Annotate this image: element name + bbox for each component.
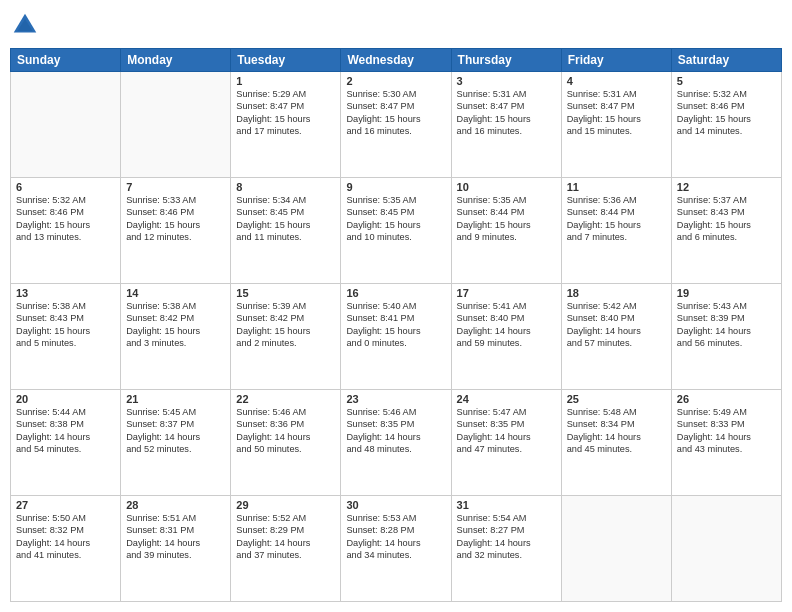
calendar-cell: 18Sunrise: 5:42 AM Sunset: 8:40 PM Dayli… bbox=[561, 284, 671, 390]
day-info: Sunrise: 5:38 AM Sunset: 8:43 PM Dayligh… bbox=[16, 300, 115, 350]
day-info: Sunrise: 5:37 AM Sunset: 8:43 PM Dayligh… bbox=[677, 194, 776, 244]
day-info: Sunrise: 5:44 AM Sunset: 8:38 PM Dayligh… bbox=[16, 406, 115, 456]
logo bbox=[10, 10, 44, 40]
day-number: 29 bbox=[236, 499, 335, 511]
day-info: Sunrise: 5:48 AM Sunset: 8:34 PM Dayligh… bbox=[567, 406, 666, 456]
day-info: Sunrise: 5:53 AM Sunset: 8:28 PM Dayligh… bbox=[346, 512, 445, 562]
calendar-cell: 24Sunrise: 5:47 AM Sunset: 8:35 PM Dayli… bbox=[451, 390, 561, 496]
day-info: Sunrise: 5:45 AM Sunset: 8:37 PM Dayligh… bbox=[126, 406, 225, 456]
day-number: 26 bbox=[677, 393, 776, 405]
calendar-header-row: SundayMondayTuesdayWednesdayThursdayFrid… bbox=[11, 49, 782, 72]
weekday-header: Wednesday bbox=[341, 49, 451, 72]
day-number: 17 bbox=[457, 287, 556, 299]
day-number: 28 bbox=[126, 499, 225, 511]
day-info: Sunrise: 5:52 AM Sunset: 8:29 PM Dayligh… bbox=[236, 512, 335, 562]
header bbox=[10, 10, 782, 40]
day-info: Sunrise: 5:50 AM Sunset: 8:32 PM Dayligh… bbox=[16, 512, 115, 562]
day-number: 30 bbox=[346, 499, 445, 511]
day-info: Sunrise: 5:34 AM Sunset: 8:45 PM Dayligh… bbox=[236, 194, 335, 244]
day-number: 19 bbox=[677, 287, 776, 299]
calendar-cell: 31Sunrise: 5:54 AM Sunset: 8:27 PM Dayli… bbox=[451, 496, 561, 602]
calendar-week-row: 1Sunrise: 5:29 AM Sunset: 8:47 PM Daylig… bbox=[11, 72, 782, 178]
day-info: Sunrise: 5:30 AM Sunset: 8:47 PM Dayligh… bbox=[346, 88, 445, 138]
day-info: Sunrise: 5:32 AM Sunset: 8:46 PM Dayligh… bbox=[677, 88, 776, 138]
calendar-cell: 23Sunrise: 5:46 AM Sunset: 8:35 PM Dayli… bbox=[341, 390, 451, 496]
calendar-cell bbox=[561, 496, 671, 602]
day-info: Sunrise: 5:29 AM Sunset: 8:47 PM Dayligh… bbox=[236, 88, 335, 138]
calendar-cell: 29Sunrise: 5:52 AM Sunset: 8:29 PM Dayli… bbox=[231, 496, 341, 602]
calendar-cell bbox=[11, 72, 121, 178]
page: SundayMondayTuesdayWednesdayThursdayFrid… bbox=[0, 0, 792, 612]
day-number: 23 bbox=[346, 393, 445, 405]
weekday-header: Tuesday bbox=[231, 49, 341, 72]
weekday-header: Sunday bbox=[11, 49, 121, 72]
calendar-week-row: 6Sunrise: 5:32 AM Sunset: 8:46 PM Daylig… bbox=[11, 178, 782, 284]
day-number: 18 bbox=[567, 287, 666, 299]
calendar-cell: 8Sunrise: 5:34 AM Sunset: 8:45 PM Daylig… bbox=[231, 178, 341, 284]
day-number: 1 bbox=[236, 75, 335, 87]
day-info: Sunrise: 5:36 AM Sunset: 8:44 PM Dayligh… bbox=[567, 194, 666, 244]
day-info: Sunrise: 5:40 AM Sunset: 8:41 PM Dayligh… bbox=[346, 300, 445, 350]
day-info: Sunrise: 5:46 AM Sunset: 8:35 PM Dayligh… bbox=[346, 406, 445, 456]
day-number: 6 bbox=[16, 181, 115, 193]
calendar-cell: 2Sunrise: 5:30 AM Sunset: 8:47 PM Daylig… bbox=[341, 72, 451, 178]
day-number: 22 bbox=[236, 393, 335, 405]
day-info: Sunrise: 5:31 AM Sunset: 8:47 PM Dayligh… bbox=[457, 88, 556, 138]
calendar-cell: 4Sunrise: 5:31 AM Sunset: 8:47 PM Daylig… bbox=[561, 72, 671, 178]
calendar-cell: 6Sunrise: 5:32 AM Sunset: 8:46 PM Daylig… bbox=[11, 178, 121, 284]
day-info: Sunrise: 5:54 AM Sunset: 8:27 PM Dayligh… bbox=[457, 512, 556, 562]
calendar-cell: 10Sunrise: 5:35 AM Sunset: 8:44 PM Dayli… bbox=[451, 178, 561, 284]
day-number: 10 bbox=[457, 181, 556, 193]
calendar-week-row: 27Sunrise: 5:50 AM Sunset: 8:32 PM Dayli… bbox=[11, 496, 782, 602]
weekday-header: Monday bbox=[121, 49, 231, 72]
day-number: 5 bbox=[677, 75, 776, 87]
day-info: Sunrise: 5:43 AM Sunset: 8:39 PM Dayligh… bbox=[677, 300, 776, 350]
day-info: Sunrise: 5:32 AM Sunset: 8:46 PM Dayligh… bbox=[16, 194, 115, 244]
day-number: 24 bbox=[457, 393, 556, 405]
day-info: Sunrise: 5:51 AM Sunset: 8:31 PM Dayligh… bbox=[126, 512, 225, 562]
weekday-header: Saturday bbox=[671, 49, 781, 72]
logo-icon bbox=[10, 10, 40, 40]
day-number: 9 bbox=[346, 181, 445, 193]
day-number: 3 bbox=[457, 75, 556, 87]
day-number: 21 bbox=[126, 393, 225, 405]
day-number: 8 bbox=[236, 181, 335, 193]
day-info: Sunrise: 5:33 AM Sunset: 8:46 PM Dayligh… bbox=[126, 194, 225, 244]
day-info: Sunrise: 5:42 AM Sunset: 8:40 PM Dayligh… bbox=[567, 300, 666, 350]
day-info: Sunrise: 5:38 AM Sunset: 8:42 PM Dayligh… bbox=[126, 300, 225, 350]
day-number: 14 bbox=[126, 287, 225, 299]
weekday-header: Thursday bbox=[451, 49, 561, 72]
calendar-cell: 26Sunrise: 5:49 AM Sunset: 8:33 PM Dayli… bbox=[671, 390, 781, 496]
calendar-cell: 21Sunrise: 5:45 AM Sunset: 8:37 PM Dayli… bbox=[121, 390, 231, 496]
calendar-cell: 16Sunrise: 5:40 AM Sunset: 8:41 PM Dayli… bbox=[341, 284, 451, 390]
calendar-cell: 9Sunrise: 5:35 AM Sunset: 8:45 PM Daylig… bbox=[341, 178, 451, 284]
day-number: 16 bbox=[346, 287, 445, 299]
day-info: Sunrise: 5:41 AM Sunset: 8:40 PM Dayligh… bbox=[457, 300, 556, 350]
day-number: 15 bbox=[236, 287, 335, 299]
calendar-cell: 13Sunrise: 5:38 AM Sunset: 8:43 PM Dayli… bbox=[11, 284, 121, 390]
day-info: Sunrise: 5:47 AM Sunset: 8:35 PM Dayligh… bbox=[457, 406, 556, 456]
calendar-cell: 27Sunrise: 5:50 AM Sunset: 8:32 PM Dayli… bbox=[11, 496, 121, 602]
calendar-cell: 1Sunrise: 5:29 AM Sunset: 8:47 PM Daylig… bbox=[231, 72, 341, 178]
calendar-week-row: 13Sunrise: 5:38 AM Sunset: 8:43 PM Dayli… bbox=[11, 284, 782, 390]
day-info: Sunrise: 5:35 AM Sunset: 8:45 PM Dayligh… bbox=[346, 194, 445, 244]
day-info: Sunrise: 5:46 AM Sunset: 8:36 PM Dayligh… bbox=[236, 406, 335, 456]
calendar-cell: 28Sunrise: 5:51 AM Sunset: 8:31 PM Dayli… bbox=[121, 496, 231, 602]
day-number: 12 bbox=[677, 181, 776, 193]
calendar-cell: 5Sunrise: 5:32 AM Sunset: 8:46 PM Daylig… bbox=[671, 72, 781, 178]
calendar-cell bbox=[121, 72, 231, 178]
calendar-cell: 7Sunrise: 5:33 AM Sunset: 8:46 PM Daylig… bbox=[121, 178, 231, 284]
day-number: 25 bbox=[567, 393, 666, 405]
day-number: 7 bbox=[126, 181, 225, 193]
day-number: 31 bbox=[457, 499, 556, 511]
calendar-week-row: 20Sunrise: 5:44 AM Sunset: 8:38 PM Dayli… bbox=[11, 390, 782, 496]
calendar-cell: 30Sunrise: 5:53 AM Sunset: 8:28 PM Dayli… bbox=[341, 496, 451, 602]
calendar-cell: 19Sunrise: 5:43 AM Sunset: 8:39 PM Dayli… bbox=[671, 284, 781, 390]
calendar-cell: 20Sunrise: 5:44 AM Sunset: 8:38 PM Dayli… bbox=[11, 390, 121, 496]
day-number: 4 bbox=[567, 75, 666, 87]
calendar-cell: 14Sunrise: 5:38 AM Sunset: 8:42 PM Dayli… bbox=[121, 284, 231, 390]
calendar-cell: 25Sunrise: 5:48 AM Sunset: 8:34 PM Dayli… bbox=[561, 390, 671, 496]
calendar-cell: 11Sunrise: 5:36 AM Sunset: 8:44 PM Dayli… bbox=[561, 178, 671, 284]
day-number: 20 bbox=[16, 393, 115, 405]
day-number: 2 bbox=[346, 75, 445, 87]
